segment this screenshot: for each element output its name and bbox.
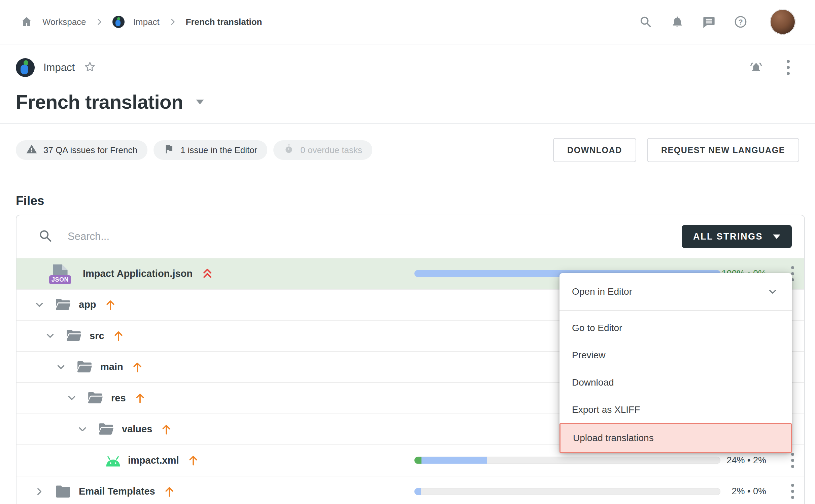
overdue-tasks-chip[interactable]: 0 overdue tasks xyxy=(273,140,372,160)
chevron-down-icon[interactable] xyxy=(66,392,77,404)
folder-open-icon xyxy=(76,360,93,374)
folder-name[interactable]: values xyxy=(122,424,152,435)
folder-open-icon xyxy=(65,328,82,343)
breadcrumb-current-language: French translation xyxy=(186,17,262,27)
folder-name[interactable]: Email Templates xyxy=(79,486,155,497)
folder-closed-icon xyxy=(55,484,71,499)
star-favorite-icon[interactable] xyxy=(83,61,96,75)
menu-item-export-as-xliff[interactable]: Export as XLIFF xyxy=(559,396,792,423)
editor-issues-chip[interactable]: 1 issue in the Editor xyxy=(154,140,267,160)
download-button[interactable]: DOWNLOAD xyxy=(553,138,636,162)
chat-icon[interactable] xyxy=(702,15,716,29)
json-file-icon: JSON xyxy=(51,263,69,284)
language-title-text: French translation xyxy=(16,91,183,113)
files-section-heading: Files xyxy=(0,194,815,208)
help-icon[interactable]: ? xyxy=(734,15,748,29)
chevron-down-icon xyxy=(767,286,778,297)
progress-reviewed-segment xyxy=(414,457,421,464)
strings-filter-dropdown[interactable]: ALL STRINGS xyxy=(682,225,792,248)
chevron-down-icon[interactable] xyxy=(44,330,56,341)
stopwatch-icon xyxy=(283,144,294,157)
chevron-down-icon[interactable] xyxy=(55,361,67,373)
priority-high-icon xyxy=(201,267,213,280)
progress-translated-segment xyxy=(414,488,421,495)
folder-open-icon xyxy=(98,422,114,437)
project-more-options-kebab[interactable] xyxy=(785,58,792,77)
project-name[interactable]: Impact xyxy=(43,62,75,74)
folder-name[interactable]: res xyxy=(111,393,126,404)
row-more-options-kebab[interactable] xyxy=(789,482,796,501)
progress-bar xyxy=(414,457,720,464)
notifications-bell-icon[interactable] xyxy=(670,15,684,29)
chevron-right-icon[interactable] xyxy=(34,486,45,497)
top-navigation-bar: Workspace Impact French translation ? xyxy=(0,0,815,44)
menu-header-label: Open in Editor xyxy=(572,286,632,297)
upload-arrow-icon[interactable] xyxy=(112,329,125,342)
progress-translated-segment xyxy=(421,457,487,464)
file-name[interactable]: Impact Application.json xyxy=(83,268,193,279)
project-logo-large xyxy=(16,58,35,77)
request-new-language-button[interactable]: REQUEST NEW LANGUAGE xyxy=(647,138,799,162)
notification-settings-bell-icon[interactable] xyxy=(749,61,763,75)
menu-item-download[interactable]: Download xyxy=(559,369,792,396)
upload-arrow-icon[interactable] xyxy=(104,298,116,311)
folder-name[interactable]: main xyxy=(100,361,123,372)
upload-arrow-icon[interactable] xyxy=(160,423,172,436)
qa-issues-chip[interactable]: 37 QA issues for French xyxy=(16,140,147,160)
user-avatar[interactable] xyxy=(770,9,795,35)
menu-item-upload-translations[interactable]: Upload translations xyxy=(559,423,792,453)
folder-name[interactable]: src xyxy=(90,330,104,341)
search-icon[interactable] xyxy=(639,15,653,29)
chevron-down-icon[interactable] xyxy=(34,299,45,311)
folder-name[interactable]: app xyxy=(79,299,96,310)
breadcrumb-project[interactable]: Impact xyxy=(133,17,160,27)
upload-arrow-icon[interactable] xyxy=(134,392,146,404)
home-icon[interactable] xyxy=(20,15,34,29)
folder-open-icon xyxy=(87,391,104,405)
file-context-menu: Open in Editor Go to Editor Preview Down… xyxy=(559,273,792,453)
menu-item-go-to-editor[interactable]: Go to Editor xyxy=(559,314,792,341)
progress-stats: 2% • 0% xyxy=(732,486,766,497)
strings-filter-label: ALL STRINGS xyxy=(693,231,763,242)
menu-item-open-in-editor[interactable]: Open in Editor xyxy=(559,273,792,311)
progress-bar xyxy=(414,488,720,495)
svg-text:?: ? xyxy=(738,18,743,26)
upload-arrow-icon[interactable] xyxy=(187,454,199,467)
breadcrumb: Workspace Impact French translation xyxy=(20,15,262,29)
chevron-down-icon xyxy=(773,235,780,239)
json-badge: JSON xyxy=(49,275,71,284)
language-dropdown-caret-icon[interactable] xyxy=(196,100,204,104)
android-file-icon xyxy=(104,453,122,467)
search-icon xyxy=(38,228,53,245)
chevron-right-icon xyxy=(168,17,177,26)
header-divider xyxy=(0,123,815,124)
files-search-input[interactable] xyxy=(68,230,371,243)
progress-stats: 24% • 2% xyxy=(726,455,766,466)
chevron-down-icon[interactable] xyxy=(77,424,88,435)
menu-item-preview[interactable]: Preview xyxy=(559,341,792,369)
file-name[interactable]: impact.xml xyxy=(128,455,179,466)
breadcrumb-workspace[interactable]: Workspace xyxy=(42,17,86,27)
row-more-options-kebab[interactable] xyxy=(789,451,796,470)
overdue-tasks-label: 0 overdue tasks xyxy=(300,145,362,155)
upload-arrow-icon[interactable] xyxy=(131,361,143,373)
flag-icon xyxy=(164,144,174,157)
files-toolbar: ALL STRINGS xyxy=(16,215,804,258)
project-logo xyxy=(112,16,125,28)
upload-arrow-icon[interactable] xyxy=(163,485,175,498)
editor-issues-label: 1 issue in the Editor xyxy=(180,145,257,155)
folder-row-email-templates[interactable]: Email Templates 2% • 0% xyxy=(16,476,804,504)
folder-open-icon xyxy=(55,297,71,312)
page-title: French translation xyxy=(16,91,799,113)
warning-triangle-icon xyxy=(26,143,37,157)
chevron-right-icon xyxy=(95,17,104,26)
qa-issues-label: 37 QA issues for French xyxy=(43,145,137,155)
